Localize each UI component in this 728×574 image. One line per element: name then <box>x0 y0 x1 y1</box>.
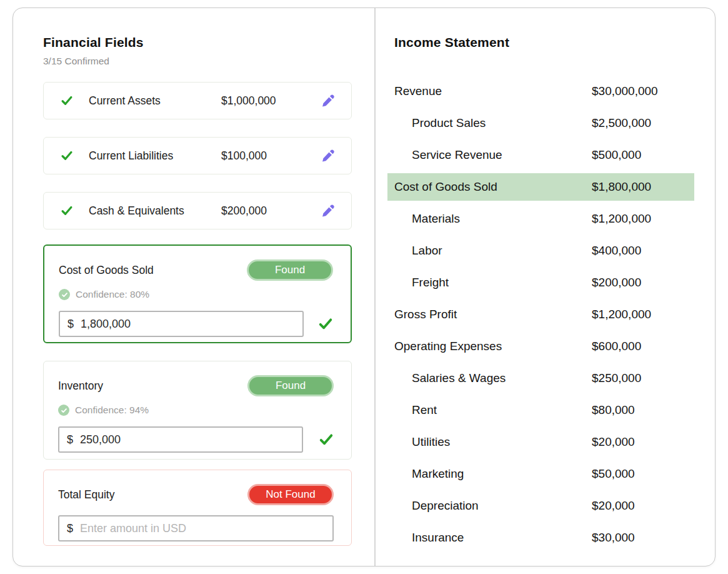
row-label: Depreciation <box>394 499 592 513</box>
confirmed-field-row: Cash & Equivalents $200,000 <box>43 192 352 229</box>
confirmed-field-row: Current Liabilities $100,000 <box>43 137 352 174</box>
pencil-icon <box>321 149 335 163</box>
statement-row-product-sales[interactable]: Product Sales $2,500,000 <box>387 109 694 137</box>
confidence-label: Confidence: 80% <box>76 289 149 300</box>
row-label: Insurance <box>394 531 592 545</box>
statement-row-service-revenue[interactable]: Service Revenue $500,000 <box>387 141 694 169</box>
row-value: $30,000,000 <box>592 84 694 98</box>
pencil-icon <box>321 94 335 108</box>
row-value: $400,000 <box>592 244 694 258</box>
income-statement-table: Revenue $30,000,000 Product Sales $2,500… <box>387 78 715 551</box>
confirm-value-button[interactable] <box>319 432 334 447</box>
row-label: Salaries & Wages <box>394 371 592 385</box>
found-status-badge: Found <box>247 375 334 396</box>
row-label: Cost of Goods Sold <box>394 180 592 194</box>
confirmed-check-icon <box>61 204 73 217</box>
statement-row-salaries-wages[interactable]: Salaries & Wages $250,000 <box>387 365 694 392</box>
statement-row-freight[interactable]: Freight $200,000 <box>387 269 694 296</box>
row-value: $1,800,000 <box>592 180 694 194</box>
not-found-status-badge: Not Found <box>247 484 334 505</box>
row-label: Product Sales <box>394 116 592 130</box>
confirmed-check-icon <box>61 149 73 162</box>
edit-button[interactable] <box>321 94 335 108</box>
edit-button[interactable] <box>321 204 335 218</box>
confirmed-field-row: Current Assets $1,000,000 <box>43 82 352 119</box>
equity-amount-input[interactable] <box>80 522 325 535</box>
row-value: $200,000 <box>592 276 694 290</box>
amount-input-box: $ <box>59 311 304 337</box>
statement-row-depreciation[interactable]: Depreciation $20,000 <box>387 492 694 520</box>
row-label: Marketing <box>394 467 592 481</box>
edit-button[interactable] <box>321 149 335 163</box>
statement-row-operating-expenses[interactable]: Operating Expenses $600,000 <box>387 333 694 360</box>
row-value: $600,000 <box>592 340 694 353</box>
confirm-check-icon <box>319 432 334 447</box>
currency-prefix: $ <box>67 522 73 535</box>
pencil-icon <box>321 204 335 218</box>
row-label: Revenue <box>394 84 592 98</box>
found-status-badge: Found <box>247 259 333 281</box>
row-value: $50,000 <box>592 467 694 481</box>
currency-prefix: $ <box>67 433 73 446</box>
statement-row-materials[interactable]: Materials $1,200,000 <box>387 205 694 233</box>
amount-input-box: $ <box>58 515 334 541</box>
row-label: Materials <box>394 212 592 226</box>
statement-row-gross-profit[interactable]: Gross Profit $1,200,000 <box>387 301 694 328</box>
row-value: $30,000 <box>592 531 694 545</box>
field-label: Current Liabilities <box>89 149 221 163</box>
statement-row-revenue[interactable]: Revenue $30,000,000 <box>387 78 694 105</box>
confirmed-check-icon <box>61 94 73 107</box>
field-value: $100,000 <box>221 149 321 163</box>
field-label: Cost of Goods Sold <box>59 264 154 277</box>
field-value: $1,000,000 <box>221 94 321 108</box>
statement-row-insurance[interactable]: Insurance $30,000 <box>387 524 694 551</box>
row-value: $2,500,000 <box>592 116 694 130</box>
statement-row-labor[interactable]: Labor $400,000 <box>387 237 694 264</box>
statement-row-marketing[interactable]: Marketing $50,000 <box>387 460 694 488</box>
cogs-amount-input[interactable] <box>81 318 295 331</box>
field-card-cost-of-goods-sold: Cost of Goods Sold Found Confidence: 80%… <box>43 244 352 343</box>
currency-prefix: $ <box>67 318 74 331</box>
row-value: $500,000 <box>592 148 694 162</box>
row-label: Service Revenue <box>394 148 592 162</box>
confidence-check-icon <box>58 405 69 416</box>
income-statement-title: Income Statement <box>394 35 715 50</box>
row-label: Utilities <box>394 435 592 449</box>
amount-input-box: $ <box>58 426 303 453</box>
field-value: $200,000 <box>221 204 321 218</box>
statement-row-utilities[interactable]: Utilities $20,000 <box>387 428 694 456</box>
income-statement-panel: Income Statement Revenue $30,000,000 Pro… <box>374 8 715 566</box>
row-label: Freight <box>394 276 592 290</box>
row-value: $250,000 <box>592 371 694 385</box>
confirm-check-icon <box>318 316 333 331</box>
financial-extraction-window: Financial Fields 3/15 Confirmed Current … <box>12 8 716 566</box>
row-value: $80,000 <box>592 403 694 417</box>
confidence-check-icon <box>59 289 70 300</box>
row-value: $1,200,000 <box>592 212 694 226</box>
confirm-value-button[interactable] <box>318 316 333 331</box>
field-card-total-equity: Total Equity Not Found $ <box>43 470 352 546</box>
statement-row-rent[interactable]: Rent $80,000 <box>387 396 694 424</box>
field-label: Inventory <box>58 380 103 393</box>
row-label: Labor <box>394 244 592 258</box>
row-value: $20,000 <box>592 435 694 449</box>
confidence-label: Confidence: 94% <box>75 405 149 416</box>
confirmed-count-status: 3/15 Confirmed <box>43 56 364 67</box>
statement-row-cost-of-goods-sold-highlighted[interactable]: Cost of Goods Sold $1,800,000 <box>387 173 694 201</box>
field-label: Total Equity <box>58 488 114 501</box>
row-label: Gross Profit <box>394 308 592 321</box>
page-title: Financial Fields <box>43 35 364 50</box>
field-label: Current Assets <box>89 94 221 108</box>
row-value: $1,200,000 <box>592 308 694 321</box>
field-label: Cash & Equivalents <box>89 204 221 218</box>
field-card-inventory: Inventory Found Confidence: 94% $ <box>43 361 352 460</box>
row-label: Rent <box>394 403 592 417</box>
financial-fields-panel: Financial Fields 3/15 Confirmed Current … <box>13 8 374 566</box>
inventory-amount-input[interactable] <box>80 433 294 446</box>
row-label: Operating Expenses <box>394 340 592 353</box>
row-value: $20,000 <box>592 499 694 513</box>
